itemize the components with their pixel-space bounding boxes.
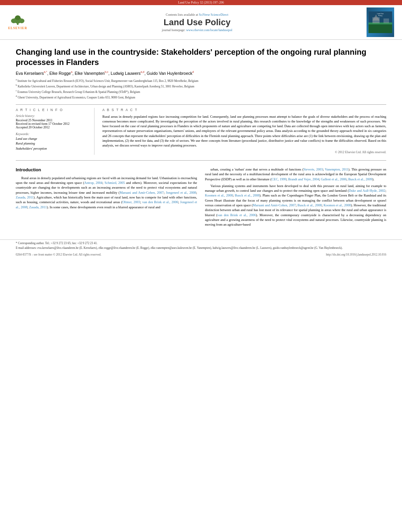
divider-1 <box>16 104 386 105</box>
accepted-date: Accepted 20 October 2012 <box>16 126 89 129</box>
svg-text:Policy: Policy <box>378 15 383 17</box>
ref-vandenbrink2[interactable]: van den Brink et al., 2006 <box>217 213 256 217</box>
intro-col-left: Introduction Rural areas in densely popu… <box>16 167 197 229</box>
ref-busck2[interactable]: Busck et al., 2008 <box>235 193 259 197</box>
journal-homepage-link[interactable]: www.elsevier.com/locate/landusepol <box>186 28 232 32</box>
journal-cover-image: Land Use Policy <box>367 7 394 37</box>
article-info-header: A R T I C L E I N F O <box>16 108 89 112</box>
abstract-header: A B S T R A C T <box>102 108 386 112</box>
journal-citation-text: Land Use Policy 32 (2013) 197–206 <box>178 1 224 4</box>
copyright-line: © 2012 Elsevier Ltd. All rights reserved… <box>102 150 386 154</box>
ref-koomen1[interactable]: Koomen et al., 2008 <box>205 193 233 197</box>
sciverse-line: Contents lists available at SciVerse Sci… <box>31 13 363 17</box>
ref-duke[interactable]: Duke and Aull-Hyde, 2002 <box>349 189 385 193</box>
elsevier-logo: ELSEVIER <box>8 15 28 30</box>
article-info-column: A R T I C L E I N F O Article history: R… <box>16 108 94 155</box>
affiliation-c: c Erasmus University College Brussels, R… <box>16 89 386 94</box>
article-title: Changing land use in the countryside: St… <box>16 47 386 67</box>
abstract-text: Rural areas in densely populated regions… <box>102 114 386 148</box>
main-content: Changing land use in the countryside: St… <box>0 40 402 233</box>
ref-maruani[interactable]: Maruani and Amit-Cohen, 2007 <box>120 191 164 195</box>
ref-zasada1[interactable]: Zasada, 2011 <box>16 195 33 199</box>
footer-bottom: 0264-8377/$ – see front matter © 2012 El… <box>0 251 402 259</box>
intro-para-1: Rural areas in densely populated and urb… <box>16 176 197 209</box>
affiliation-b: b Katholieke Universiteit Leuven, Depart… <box>16 83 386 89</box>
elsevier-brand-label: ELSEVIER <box>8 26 27 30</box>
divider-2 <box>16 160 386 161</box>
authors-line: Eva Kerselaersa,*, Elke Roggea, Elke Van… <box>16 70 386 76</box>
svg-rect-10 <box>383 19 389 23</box>
journal-header: ELSEVIER Contents lists available at Sci… <box>0 5 402 40</box>
received-date: Received 25 November 2011 <box>16 119 89 122</box>
affiliation-a: a Institute for Agricultural and Fisheri… <box>16 78 386 83</box>
ref-oltmer[interactable]: Oltmer, 2003 <box>122 200 140 204</box>
intro-para-2: urban, creating a 'rurban' zone that ser… <box>205 167 387 182</box>
ref-sieverts[interactable]: Sieverts, 2003 <box>304 167 323 171</box>
ref-vandenbrink1[interactable]: van den Brink et al., 2006 <box>142 200 178 204</box>
ref-busck3[interactable]: Busck et al., 2008 <box>298 203 322 207</box>
article-history-group: Article history: Received 25 November 20… <box>16 114 89 129</box>
ref-maruani2[interactable]: Maruani and Amit-Cohen, 2007 <box>253 203 296 207</box>
intro-col-right: urban, creating a 'rurban' zone that ser… <box>205 167 387 229</box>
affiliations: a Institute for Agricultural and Fisheri… <box>16 78 386 100</box>
abstract-column: A B S T R A C T Rural areas in densely p… <box>102 108 386 155</box>
ref-jongeneel1[interactable]: Jongeneel et al., 2008 <box>166 191 196 195</box>
doi-text: http://dx.doi.org/10.1016/j.landusepol.2… <box>326 253 386 256</box>
ref-busck1[interactable]: Busck et al., 2009 <box>348 177 372 181</box>
issn-text: 0264-8377/$ – see front matter © 2012 El… <box>16 253 101 256</box>
affiliation-d: d Ghent University, Department of Agricu… <box>16 95 386 100</box>
introduction-section: Introduction Rural areas in densely popu… <box>16 167 386 229</box>
ref-schmied[interactable]: Schmied, 2005 <box>104 181 125 185</box>
ref-gallent[interactable]: Gallent et al., 2006 <box>321 177 346 181</box>
svg-point-4 <box>15 15 20 20</box>
footnotes: * Corresponding author. Tel.: +32 9 272 … <box>16 240 386 250</box>
svg-rect-6 <box>369 23 392 33</box>
ref-koomen2[interactable]: Koomen et al., 2008 <box>324 203 351 207</box>
elsevier-tree-icon <box>8 15 28 26</box>
info-abstract-section: A R T I C L E I N F O Article history: R… <box>16 108 386 155</box>
page: Land Use Policy 32 (2013) 197–206 ELSEVI… <box>0 0 402 259</box>
introduction-columns: Introduction Rural areas in densely popu… <box>16 167 386 229</box>
ref-zasada2[interactable]: Zasada, 2011 <box>29 205 47 209</box>
history-label: Article history: <box>16 114 89 118</box>
sciverse-link[interactable]: SciVerse ScienceDirect <box>199 13 228 17</box>
intro-para-3: Various planning systems and instruments… <box>205 184 387 227</box>
keywords-label: Keywords: <box>16 132 89 136</box>
introduction-title: Introduction <box>16 167 197 173</box>
journal-homepage-line: journal homepage: www.elsevier.com/locat… <box>31 28 363 32</box>
ref-antrop[interactable]: Antrop, 2004 <box>84 181 102 185</box>
footnote-1: * Corresponding author. Tel.: +32 9 272 … <box>16 241 386 246</box>
keywords-group: Keywords: Land use change Rural planning… <box>16 132 89 152</box>
footnote-2: E-mail addresses: eva.kerselaers@ilvo.vl… <box>16 246 386 250</box>
ref-vanempten[interactable]: Vanempten, 2011 <box>325 167 348 171</box>
journal-citation-bar: Land Use Policy 32 (2013) 197–206 <box>0 0 402 5</box>
journal-title-block: Contents lists available at SciVerse Sci… <box>28 13 367 32</box>
page-footer: * Corresponding author. Tel.: +32 9 272 … <box>0 239 402 250</box>
journal-name: Land Use Policy <box>31 17 363 28</box>
ref-cec[interactable]: CEC, 1999 <box>272 177 287 181</box>
ref-brandt[interactable]: Brandt and Vejre, 2004 <box>288 177 319 181</box>
revised-date: Received in revised form 17 October 2012 <box>16 122 89 126</box>
keywords-list: Land use change Rural planning Stakehold… <box>16 137 89 152</box>
cover-image-icon: Land Use Policy <box>369 11 392 33</box>
